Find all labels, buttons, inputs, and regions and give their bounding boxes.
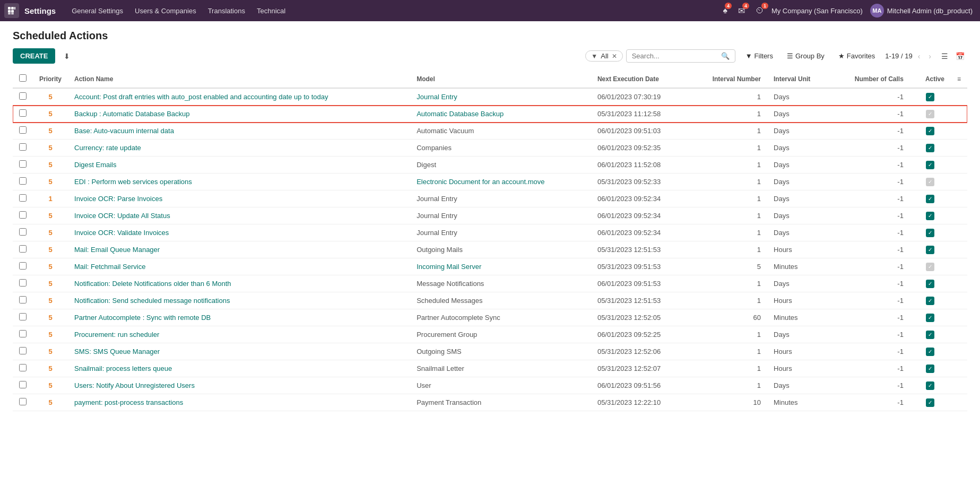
action-name-link[interactable]: Snailmail: process letters queue <box>74 364 172 372</box>
col-action-name[interactable]: Action Name <box>68 70 410 88</box>
col-num-calls[interactable]: Number of Calls <box>831 70 910 88</box>
col-active[interactable]: Active <box>910 70 951 88</box>
action-name-link[interactable]: Base: Auto-vacuum internal data <box>74 127 174 135</box>
action-name-cell[interactable]: Snailmail: process letters queue <box>68 360 410 377</box>
action-name-cell[interactable]: Mail: Fetchmail Service <box>68 258 410 275</box>
next-page-button[interactable]: › <box>925 51 934 62</box>
active-cell[interactable]: ✓ <box>910 88 951 106</box>
active-check-true[interactable]: ✓ <box>926 398 934 407</box>
action-name-cell[interactable]: Mail: Email Queue Manager <box>68 241 410 258</box>
model-link[interactable]: Automatic Database Backup <box>417 110 504 118</box>
active-check-false[interactable]: ✓ <box>926 178 934 186</box>
active-cell[interactable]: ✓ <box>910 157 951 173</box>
row-checkbox[interactable] <box>19 92 27 100</box>
model-cell[interactable]: Incoming Mail Server <box>410 258 591 275</box>
action-name-cell[interactable]: Backup : Automatic Database Backup <box>68 106 410 123</box>
active-cell[interactable]: ✓ <box>910 258 951 275</box>
notifications-icon[interactable]: ♠ 4 <box>719 4 731 18</box>
row-checkbox[interactable] <box>19 177 27 185</box>
messages-icon[interactable]: ✉ 4 <box>735 4 748 18</box>
active-check-true[interactable]: ✓ <box>926 93 934 101</box>
action-name-link[interactable]: Mail: Email Queue Manager <box>74 246 160 254</box>
row-checkbox[interactable] <box>19 398 27 405</box>
row-checkbox[interactable] <box>19 143 27 151</box>
active-check-true[interactable]: ✓ <box>926 381 934 390</box>
active-cell[interactable]: ✓ <box>910 377 951 394</box>
model-cell[interactable]: Electronic Document for an account.move <box>410 173 591 190</box>
row-checkbox[interactable] <box>19 109 27 117</box>
active-check-true[interactable]: ✓ <box>926 144 934 152</box>
active-check-true[interactable]: ✓ <box>926 331 934 339</box>
active-cell[interactable]: ✓ <box>910 140 951 157</box>
active-cell[interactable]: ✓ <box>910 343 951 360</box>
active-cell[interactable]: ✓ <box>910 360 951 377</box>
row-checkbox[interactable] <box>19 313 27 320</box>
action-name-cell[interactable]: Notification: Send scheduled message not… <box>68 292 410 309</box>
action-name-cell[interactable]: Invoice OCR: Update All Status <box>68 207 410 224</box>
action-name-cell[interactable]: EDI : Perform web services operations <box>68 173 410 190</box>
action-name-cell[interactable]: Invoice OCR: Validate Invoices <box>68 224 410 241</box>
filter-pill-all[interactable]: ▼ All ✕ <box>585 50 622 62</box>
active-cell[interactable]: ✓ <box>910 394 951 411</box>
nav-technical[interactable]: Technical <box>251 5 291 17</box>
action-name-cell[interactable]: Partner Autocomplete : Sync with remote … <box>68 309 410 326</box>
row-checkbox[interactable] <box>19 262 27 270</box>
model-cell[interactable]: Journal Entry <box>410 88 591 106</box>
nav-users-companies[interactable]: Users & Companies <box>129 5 202 17</box>
col-model[interactable]: Model <box>410 70 591 88</box>
groupby-button[interactable]: ☰ Group By <box>781 49 830 63</box>
action-name-cell[interactable]: Account: Post draft entries with auto_po… <box>68 88 410 106</box>
action-name-link[interactable]: Account: Post draft entries with auto_po… <box>74 93 328 101</box>
action-name-link[interactable]: Invoice OCR: Validate Invoices <box>74 229 169 237</box>
action-name-link[interactable]: Digest Emails <box>74 161 116 169</box>
active-check-true[interactable]: ✓ <box>926 195 934 203</box>
action-name-cell[interactable]: Currency: rate update <box>68 140 410 157</box>
active-cell[interactable]: ✓ <box>910 224 951 241</box>
active-check-true[interactable]: ✓ <box>926 314 934 322</box>
filters-button[interactable]: ▼ Filters <box>740 49 779 63</box>
active-cell[interactable]: ✓ <box>910 106 951 123</box>
row-checkbox[interactable] <box>19 279 27 287</box>
active-check-false[interactable]: ✓ <box>926 110 934 118</box>
prev-page-button[interactable]: ‹ <box>915 51 924 62</box>
active-cell[interactable]: ✓ <box>910 275 951 292</box>
active-check-true[interactable]: ✓ <box>926 127 934 135</box>
col-interval-number[interactable]: Interval Number <box>689 70 767 88</box>
company-name[interactable]: My Company (San Francisco) <box>771 7 863 15</box>
active-cell[interactable]: ✓ <box>910 292 951 309</box>
active-cell[interactable]: ✓ <box>910 190 951 207</box>
action-name-cell[interactable]: Notification: Delete Notifications older… <box>68 275 410 292</box>
action-name-link[interactable]: Mail: Fetchmail Service <box>74 263 145 271</box>
col-priority[interactable]: Priority <box>33 70 68 88</box>
model-cell[interactable]: Automatic Database Backup <box>410 106 591 123</box>
model-link[interactable]: Incoming Mail Server <box>417 263 481 271</box>
select-all-checkbox[interactable] <box>19 74 27 82</box>
filter-pill-remove[interactable]: ✕ <box>612 53 617 60</box>
app-grid-icon[interactable] <box>4 3 19 18</box>
active-cell[interactable]: ✓ <box>910 241 951 258</box>
action-name-cell[interactable]: Users: Notify About Unregistered Users <box>68 377 410 394</box>
col-next-exec[interactable]: Next Execution Date <box>591 70 689 88</box>
action-name-link[interactable]: Currency: rate update <box>74 144 141 152</box>
clock-icon[interactable]: ⏲ 1 <box>752 4 767 18</box>
model-link[interactable]: Electronic Document for an account.move <box>417 178 544 186</box>
row-checkbox[interactable] <box>19 381 27 388</box>
active-check-true[interactable]: ✓ <box>926 161 934 169</box>
action-name-link[interactable]: Notification: Delete Notifications older… <box>74 280 231 288</box>
action-name-cell[interactable]: Procurement: run scheduler <box>68 326 410 343</box>
active-cell[interactable]: ✓ <box>910 173 951 190</box>
row-checkbox[interactable] <box>19 160 27 168</box>
nav-translations[interactable]: Translations <box>203 5 250 17</box>
active-cell[interactable]: ✓ <box>910 326 951 343</box>
action-name-cell[interactable]: Digest Emails <box>68 157 410 173</box>
list-view-button[interactable]: ☰ <box>939 51 951 62</box>
active-check-true[interactable]: ✓ <box>926 297 934 305</box>
user-menu[interactable]: MA Mitchell Admin (db_product) <box>867 3 976 19</box>
nav-general-settings[interactable]: General Settings <box>66 5 128 17</box>
action-name-link[interactable]: Invoice OCR: Parse Invoices <box>74 195 162 203</box>
row-checkbox[interactable] <box>19 194 27 202</box>
active-cell[interactable]: ✓ <box>910 207 951 224</box>
col-interval-unit[interactable]: Interval Unit <box>767 70 831 88</box>
active-check-true[interactable]: ✓ <box>926 229 934 237</box>
row-checkbox[interactable] <box>19 126 27 134</box>
